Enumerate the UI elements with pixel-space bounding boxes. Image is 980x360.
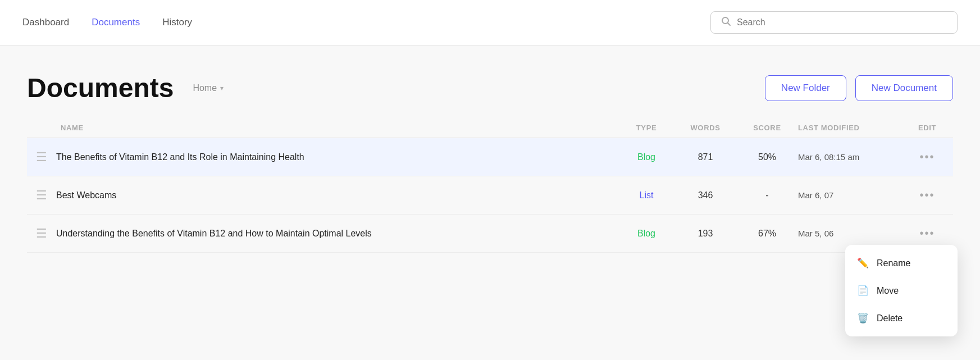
- doc-modified: Mar 6, 08:15 am: [798, 152, 910, 162]
- table-row[interactable]: ☰ Best Webcams List 346 - Mar 6, 07 •••: [27, 176, 953, 215]
- doc-edit-cell: •••: [910, 225, 944, 242]
- col-modified: LAST MODIFIED: [798, 124, 910, 132]
- doc-title: The Benefits of Vitamin B12 and Its Role…: [56, 152, 304, 162]
- breadcrumb-label: Home: [193, 83, 217, 93]
- context-menu: ✏️ Rename 📄 Move 🗑️ Delete: [845, 245, 958, 336]
- new-folder-button[interactable]: New Folder: [765, 75, 846, 101]
- context-menu-rename-label: Rename: [877, 258, 910, 268]
- context-menu-move-label: Move: [877, 286, 899, 296]
- doc-score: 50%: [736, 152, 798, 162]
- page-header: Documents Home ▾ New Folder New Document: [27, 72, 953, 103]
- search-input[interactable]: [737, 17, 947, 28]
- context-menu-delete[interactable]: 🗑️ Delete: [845, 304, 958, 332]
- page-title: Documents: [27, 72, 174, 103]
- page-header-right: New Folder New Document: [765, 75, 953, 101]
- more-options-button[interactable]: •••: [915, 225, 939, 242]
- chevron-down-icon: ▾: [220, 84, 224, 92]
- page-header-left: Documents Home ▾: [27, 72, 229, 103]
- nav-item-documents[interactable]: Documents: [92, 12, 140, 33]
- rename-icon: ✏️: [856, 257, 869, 269]
- col-edit: EDIT: [910, 124, 944, 132]
- col-score: SCORE: [736, 124, 798, 132]
- main-content: Documents Home ▾ New Folder New Document…: [0, 45, 980, 253]
- doc-edit-cell: •••: [910, 148, 944, 166]
- svg-line-1: [728, 23, 731, 26]
- search-bar: [710, 11, 958, 34]
- doc-type: List: [618, 190, 674, 200]
- row-name-cell: ☰ Understanding the Benefits of Vitamin …: [36, 226, 618, 241]
- doc-type: Blog: [618, 229, 674, 239]
- col-words: WORDS: [674, 124, 736, 132]
- table-row[interactable]: ☰ Understanding the Benefits of Vitamin …: [27, 215, 953, 253]
- context-menu-delete-label: Delete: [877, 313, 902, 323]
- context-menu-rename[interactable]: ✏️ Rename: [845, 249, 958, 277]
- doc-score: -: [736, 190, 798, 200]
- doc-title: Understanding the Benefits of Vitamin B1…: [56, 229, 372, 239]
- doc-type: Blog: [618, 152, 674, 162]
- document-icon: ☰: [36, 188, 47, 203]
- doc-modified: Mar 5, 06: [798, 229, 910, 238]
- document-icon: ☰: [36, 226, 47, 241]
- header: Dashboard Documents History: [0, 0, 980, 45]
- doc-edit-cell: •••: [910, 186, 944, 204]
- nav: Dashboard Documents History: [22, 12, 710, 33]
- new-document-button[interactable]: New Document: [855, 75, 953, 101]
- breadcrumb-button[interactable]: Home ▾: [187, 80, 229, 97]
- row-name-cell: ☰ Best Webcams: [36, 188, 618, 203]
- table-row[interactable]: ☰ The Benefits of Vitamin B12 and Its Ro…: [27, 138, 953, 176]
- more-options-button[interactable]: •••: [915, 148, 939, 166]
- search-icon: [721, 16, 731, 29]
- col-name: NAME: [61, 124, 618, 132]
- nav-item-history[interactable]: History: [162, 12, 192, 33]
- row-name-cell: ☰ The Benefits of Vitamin B12 and Its Ro…: [36, 150, 618, 165]
- document-icon: ☰: [36, 150, 47, 165]
- doc-title: Best Webcams: [56, 190, 116, 200]
- doc-modified: Mar 6, 07: [798, 190, 910, 200]
- doc-words: 346: [674, 190, 736, 200]
- nav-item-dashboard[interactable]: Dashboard: [22, 12, 69, 33]
- table-header: NAME TYPE WORDS SCORE LAST MODIFIED EDIT: [27, 124, 953, 138]
- context-menu-move[interactable]: 📄 Move: [845, 277, 958, 304]
- col-type: TYPE: [618, 124, 674, 132]
- doc-words: 193: [674, 229, 736, 239]
- delete-icon: 🗑️: [856, 312, 869, 324]
- move-icon: 📄: [856, 285, 869, 297]
- doc-score: 67%: [736, 229, 798, 239]
- doc-words: 871: [674, 152, 736, 162]
- more-options-button[interactable]: •••: [915, 186, 939, 204]
